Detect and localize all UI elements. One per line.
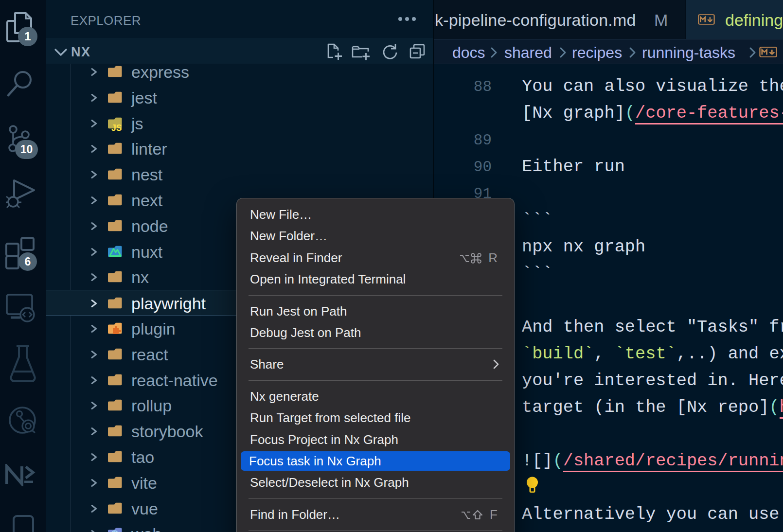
svg-text:JS: JS [111, 123, 122, 133]
